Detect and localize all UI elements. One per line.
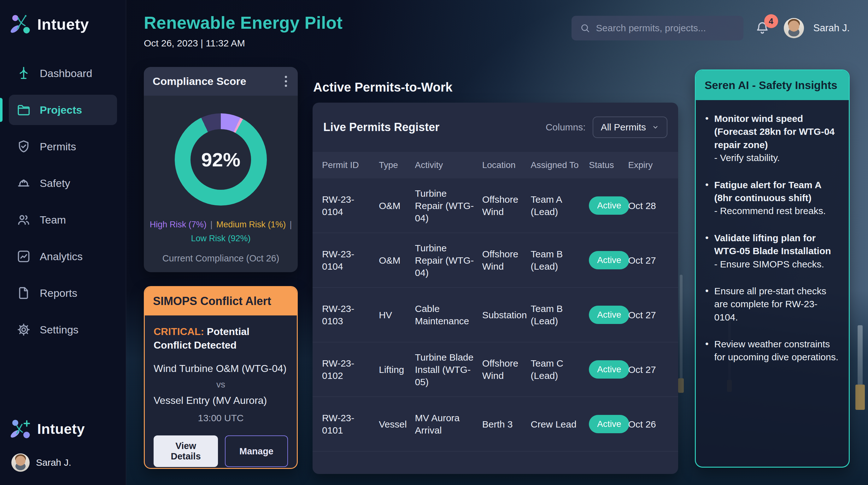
compliance-card: Compliance Score 92% High Risk (7%)	[144, 67, 298, 272]
insight-item: • Validate lifting plan for WTG-05 Blade…	[705, 231, 839, 270]
cell-assigned-to: Team B (Lead)	[531, 303, 589, 327]
simops-critical-line: CRITICAL: Potential Conflict Detected	[154, 325, 288, 352]
cell-expiry: Oct 27	[628, 364, 669, 376]
sidebar-item-label: Projects	[40, 104, 82, 116]
column-header: Activity	[415, 160, 482, 170]
view-details-button[interactable]: View Details	[154, 435, 218, 467]
column-header: Status	[589, 160, 628, 170]
sidebar-item-settings[interactable]: Settings	[9, 314, 117, 345]
cell-activity: Turbine Blade Install (WTG-05)	[415, 351, 482, 388]
compliance-donut-chart: 92%	[175, 113, 267, 205]
cell-type: HV	[379, 309, 415, 321]
columns-dropdown[interactable]: All Permits	[593, 116, 668, 138]
legend-item: |	[289, 219, 292, 230]
shield-check-icon	[17, 139, 31, 154]
brand-name: Intuety	[37, 421, 85, 437]
sidebar-item-projects[interactable]: Projects	[9, 95, 117, 125]
status-badge: Active	[589, 251, 629, 269]
sidebar-item-dashboard[interactable]: Dashboard	[9, 58, 117, 88]
insight-subtext: - Recommend rest breaks.	[714, 204, 839, 217]
cell-type: Vessel	[379, 418, 415, 430]
cell-assigned-to: Crew Lead	[531, 418, 589, 430]
search-icon	[580, 23, 590, 33]
sidebar-item-label: Settings	[40, 324, 79, 336]
status-badge: Active	[589, 415, 629, 433]
bullet-icon: •	[705, 178, 709, 218]
cell-status: Active	[589, 251, 628, 269]
cell-status: Active	[589, 306, 628, 324]
table-row[interactable]: RW-23-0102 Lifting Turbine Blade Install…	[313, 342, 678, 397]
cell-assigned-to: Team A (Lead)	[531, 193, 589, 218]
cell-expiry: Oct 26	[628, 418, 669, 430]
main-area: Renewable Energy Pilot Oct 26, 2023 | 11…	[126, 0, 868, 485]
page-title: Renewable Energy Pilot	[144, 12, 343, 33]
cell-activity: MV Aurora Arrival	[415, 412, 482, 436]
sidebar-user[interactable]: Sarah J.	[11, 453, 117, 472]
table-row[interactable]: RW-23-0104 O&M Turbine Repair (WTG-04) O…	[313, 178, 678, 233]
insight-item: • Fatigue alert for Team A (8hr continuo…	[705, 178, 839, 218]
sidebar-item-permits[interactable]: Permits	[9, 131, 117, 162]
cell-location: Offshore Wind	[482, 193, 531, 218]
sidebar-item-label: Team	[40, 214, 66, 226]
insight-title: Review weather constraints for upcoming …	[714, 338, 839, 364]
cell-activity: Turbine Repair (WTG-04)	[415, 187, 482, 224]
sidebar-item-safety[interactable]: Safety	[9, 168, 117, 198]
insight-item: • Review weather constraints for upcomin…	[705, 338, 839, 364]
intuety-logo-icon	[11, 14, 32, 35]
sidebar-item-analytics[interactable]: Analytics	[9, 241, 117, 272]
search-box	[571, 16, 743, 40]
folder-icon	[17, 103, 31, 117]
page-datetime: Oct 26, 2023 | 11:32 AM	[144, 38, 343, 49]
sidebar-footer: Intuety Sarah J.	[9, 419, 117, 474]
cell-activity: Cable Maintenance	[415, 303, 482, 327]
simops-item-b: Vessel Entry (MV Aurora)	[154, 395, 288, 406]
kebab-menu-icon[interactable]	[283, 74, 289, 89]
table-row[interactable]: RW-23-0103 HV Cable Maintenance Substati…	[313, 288, 678, 342]
cell-location: Substation	[482, 309, 531, 321]
status-badge: Active	[589, 196, 629, 215]
cell-type: Lifting	[379, 364, 415, 376]
notifications-button[interactable]: 4	[755, 21, 770, 36]
bullet-icon: •	[705, 338, 709, 364]
column-header: Location	[482, 160, 531, 170]
cell-type: O&M	[379, 200, 415, 212]
sidebar: Intuety Dashboard Projects Permits	[0, 0, 126, 485]
sidebar-item-reports[interactable]: Reports	[9, 278, 117, 308]
sidebar-item-label: Permits	[40, 141, 76, 153]
permits-table-card: Live Permits Register Columns: All Permi…	[313, 103, 678, 474]
table-row[interactable]: RW-23-0101 Vessel MV Aurora Arrival Bert…	[313, 397, 678, 452]
compliance-legend: High Risk (7%) | Medium Risk (1%) | Low …	[147, 219, 295, 245]
sidebar-user-name: Sarah J.	[36, 457, 71, 468]
column-header: Permit ID	[322, 160, 379, 170]
content: Compliance Score 92% High Risk (7%)	[126, 49, 868, 474]
legend-item: Medium Risk (1%)	[216, 219, 286, 230]
columns-label: Columns:	[546, 122, 586, 133]
manage-button[interactable]: Manage	[225, 435, 288, 467]
insight-title: Monitor wind speed (Forecast 28kn for WT…	[714, 112, 839, 151]
columns-control: Columns: All Permits	[546, 116, 668, 138]
table-footer-space	[313, 452, 678, 474]
cell-status: Active	[589, 196, 628, 215]
file-icon	[17, 286, 31, 300]
hard-hat-icon	[17, 176, 31, 191]
insight-item: • Ensure all pre-start checks are comple…	[705, 285, 839, 324]
line-chart-icon	[17, 249, 31, 264]
sidebar-item-team[interactable]: Team	[9, 205, 117, 235]
cell-assigned-to: Team B (Lead)	[531, 248, 589, 273]
simops-body: CRITICAL: Potential Conflict Detected Wi…	[145, 315, 297, 469]
brand-name: Intuety	[37, 16, 89, 33]
table-row[interactable]: RW-23-0104 O&M Turbine Repair (WTG-04) O…	[313, 233, 678, 288]
users-icon	[17, 212, 31, 227]
insight-title: Ensure all pre-start checks are complete…	[714, 285, 839, 324]
seren-insights-list: • Monitor wind speed (Forecast 28kn for …	[696, 100, 849, 390]
cell-permit-id: RW-23-0102	[322, 357, 379, 382]
bullet-icon: •	[705, 285, 709, 324]
topbar-user-name: Sarah J.	[813, 22, 850, 34]
simops-alert-card: SIMOPS Conflict Alert CRITICAL: Potentia…	[144, 286, 298, 469]
cell-location: Berth 3	[482, 418, 531, 430]
seren-ai-panel: Seren AI - Safety Insights • Monitor win…	[695, 69, 850, 468]
insight-title: Validate lifting plan for WTG-05 Blade I…	[714, 231, 839, 258]
avatar[interactable]	[784, 18, 804, 38]
search-input[interactable]	[596, 23, 735, 33]
cell-permit-id: RW-23-0104	[322, 248, 379, 273]
